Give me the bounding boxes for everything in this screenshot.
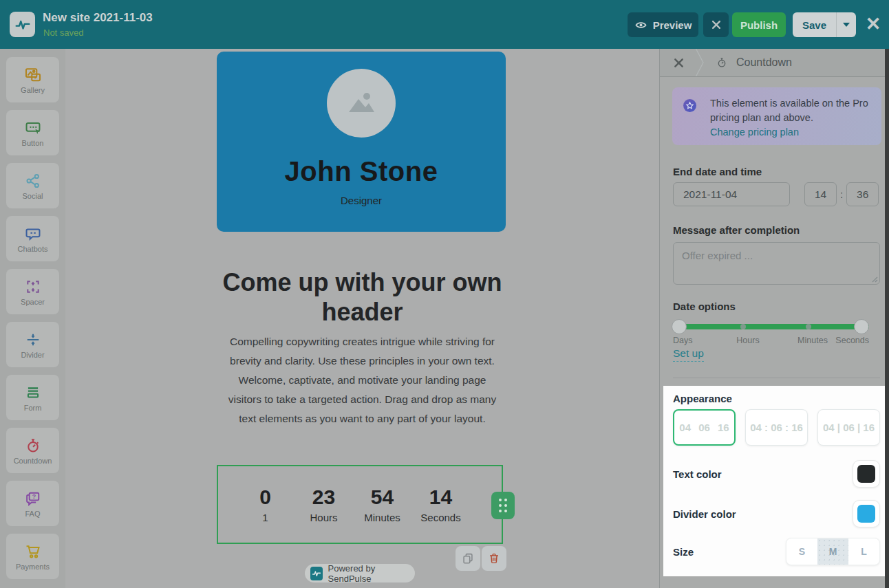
- sidebar-item-spacer[interactable]: Spacer: [6, 269, 59, 314]
- sidebar-item-label: Countdown: [14, 457, 52, 465]
- chevron-down-icon: [843, 23, 850, 27]
- message-field-wrap: [673, 242, 880, 285]
- save-status: Not saved: [43, 28, 84, 38]
- divider-color-label: Divider color: [673, 508, 736, 520]
- faq-icon: ?: [24, 490, 42, 508]
- tick-minutes: Minutes: [797, 336, 828, 345]
- slider-step-minutes: [806, 324, 811, 329]
- sidebar-item-label: Chatbots: [17, 245, 47, 253]
- design-tools-breadcrumb-button[interactable]: [672, 56, 685, 69]
- canvas-paragraph[interactable]: Compelling copywriting creates intrigue …: [65, 332, 659, 428]
- stopwatch-icon: [24, 437, 42, 455]
- set-up-link[interactable]: Set up: [673, 347, 704, 362]
- close-button[interactable]: ✕: [863, 12, 883, 36]
- style-option-plain-selected[interactable]: 04 06 16: [673, 409, 736, 446]
- text-color-picker[interactable]: [853, 460, 880, 488]
- social-share-icon: [24, 172, 42, 190]
- change-pricing-plan-link[interactable]: Change pricing plan: [710, 127, 799, 138]
- countdown-value: 54: [353, 486, 411, 509]
- divider-color-swatch: [857, 505, 875, 523]
- slider-tick-labels: Days Hours Minutes Seconds: [660, 336, 886, 345]
- message-label: Message after completion: [673, 224, 800, 236]
- pro-star-icon: [682, 98, 698, 113]
- slider-handle-left[interactable]: [672, 319, 687, 334]
- elements-sidebar: Gallery Button Social Chatbots Spacer: [0, 49, 65, 588]
- divider-color-picker[interactable]: [853, 500, 880, 527]
- countdown-style-options: 04 06 16 04 : 06 : 16 04 | 06 | 16: [673, 409, 880, 446]
- sidebar-item-divider[interactable]: Divider: [6, 322, 59, 367]
- image-placeholder-icon: [345, 87, 377, 119]
- svg-text:?: ?: [32, 493, 35, 500]
- style-option-colons[interactable]: 04 : 06 : 16: [745, 409, 808, 446]
- tick-seconds: Seconds: [835, 336, 869, 345]
- end-hour-input[interactable]: [804, 182, 837, 206]
- slider-track[interactable]: [673, 324, 869, 329]
- button-icon: [24, 119, 42, 137]
- form-icon: [24, 384, 42, 402]
- site-title: New site 2021-11-03: [43, 11, 153, 25]
- sidebar-item-label: Form: [24, 404, 42, 412]
- notice-text: This element is available on the Pro pri…: [710, 98, 868, 123]
- date-options-slider: [660, 319, 886, 334]
- countdown-unit-label: Hours: [294, 512, 353, 523]
- canvas-heading[interactable]: Come up with your own header: [65, 268, 659, 327]
- text-color-label: Text color: [673, 468, 722, 480]
- breadcrumb-separator-icon: [695, 49, 705, 76]
- end-date-input[interactable]: [673, 182, 790, 206]
- sendpulse-logo-icon: [310, 567, 323, 580]
- profile-card-block[interactable]: John Stone Designer: [217, 52, 506, 232]
- countdown-unit-hours: 23 Hours: [294, 486, 353, 523]
- app-logo[interactable]: [10, 12, 35, 37]
- sidebar-item-button[interactable]: Button: [6, 110, 59, 155]
- element-drag-handle[interactable]: [491, 492, 515, 519]
- sidebar-item-social[interactable]: Social: [6, 163, 59, 208]
- appearance-label: Appearance: [673, 393, 732, 404]
- gallery-icon: [24, 66, 42, 84]
- avatar[interactable]: [327, 69, 396, 138]
- message-textarea[interactable]: [673, 242, 880, 285]
- panel-scrollbar[interactable]: [885, 49, 889, 588]
- sidebar-item-countdown[interactable]: Countdown: [6, 428, 59, 473]
- countdown-element-selected[interactable]: 0 1 23 Hours 54 Minutes 14 Seconds: [217, 465, 503, 544]
- tick-hours: Hours: [736, 336, 759, 345]
- profile-name: John Stone: [217, 156, 506, 187]
- divider-icon: [24, 331, 42, 349]
- size-option-s[interactable]: S: [786, 538, 817, 565]
- time-separator: :: [840, 188, 843, 200]
- slider-handle-right[interactable]: [854, 319, 869, 334]
- resize-grip-icon[interactable]: [872, 276, 878, 283]
- sidebar-item-form[interactable]: Form: [6, 375, 59, 420]
- save-label: Save: [793, 19, 836, 31]
- sidebar-item-gallery[interactable]: Gallery: [6, 57, 59, 102]
- sidebar-item-payments[interactable]: Payments: [6, 534, 59, 579]
- section-divider: [673, 378, 880, 378]
- sidebar-item-chatbots[interactable]: Chatbots: [6, 216, 59, 261]
- stopwatch-icon: [716, 56, 728, 69]
- close-icon: ✕: [866, 13, 881, 35]
- powered-by-badge[interactable]: Powered by SendPulse: [305, 564, 415, 582]
- size-option-l[interactable]: L: [848, 538, 879, 565]
- powered-by-label: Powered by SendPulse: [328, 563, 409, 584]
- sidebar-item-label: Payments: [16, 563, 50, 571]
- preview-label: Preview: [653, 19, 692, 31]
- size-label: Size: [673, 546, 694, 558]
- delete-element-button[interactable]: [482, 546, 506, 571]
- end-date-row: :: [673, 182, 879, 206]
- countdown-value: 14: [411, 486, 470, 509]
- divider-color-row: Divider color: [673, 500, 880, 527]
- sidebar-item-faq[interactable]: ? FAQ: [6, 481, 59, 526]
- settings-panel: Countdown This element is available on t…: [659, 49, 885, 588]
- end-minute-input[interactable]: [846, 182, 879, 206]
- design-tools-button[interactable]: [703, 12, 729, 37]
- preview-button[interactable]: Preview: [628, 12, 698, 37]
- countdown-unit-seconds: 14 Seconds: [411, 486, 470, 523]
- style-option-bars[interactable]: 04 | 06 | 16: [817, 409, 880, 446]
- profile-role: Designer: [217, 195, 506, 206]
- slider-step-hours: [740, 324, 746, 329]
- publish-button[interactable]: Publish: [732, 12, 786, 37]
- save-dropdown-button[interactable]: [836, 12, 856, 37]
- size-option-m-selected[interactable]: M: [817, 538, 848, 565]
- duplicate-element-button[interactable]: [456, 546, 480, 571]
- chat-bubble-icon: [24, 225, 42, 243]
- save-button[interactable]: Save: [793, 12, 856, 37]
